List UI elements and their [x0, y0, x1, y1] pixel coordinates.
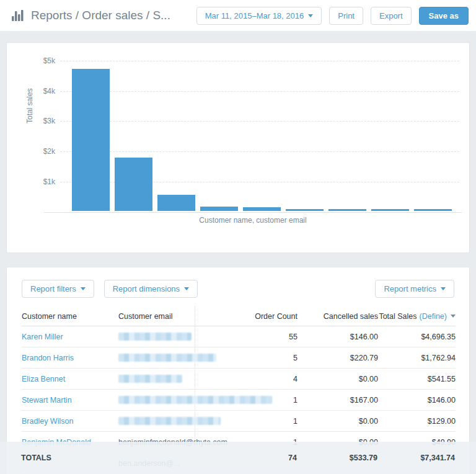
chevron-down-icon — [441, 287, 446, 290]
totals-cancelled-sales: $533.79 — [297, 454, 377, 462]
chart-bar[interactable] — [157, 195, 195, 211]
col-header-customer-email[interactable]: Customer email — [112, 312, 195, 321]
page-title: Reports / Order sales / S... — [31, 9, 170, 22]
customer-name-link[interactable]: Bradley Wilson — [22, 417, 73, 426]
col-header-order-count[interactable]: Order Count — [195, 312, 298, 321]
report-toolbar: Report filters Report dimensions Report … — [7, 267, 469, 306]
chart-bar[interactable] — [115, 158, 152, 211]
table-row: Stewart Martin1$167.00$146.00 — [22, 390, 456, 411]
col-header-customer-name[interactable]: Customer name — [22, 312, 112, 321]
y-axis-title: Total sales — [25, 88, 34, 123]
totals-total-sales: $7,341.74 — [377, 454, 455, 462]
y-tick-label: $2k — [24, 147, 55, 156]
date-range-label: Mar 11, 2015–Mar 18, 2016 — [205, 11, 304, 20]
top-header: Reports / Order sales / S... Mar 11, 201… — [0, 0, 476, 31]
customer-name-link[interactable]: Stewart Martin — [22, 396, 72, 405]
define-link[interactable]: (Define) — [420, 312, 447, 321]
col-header-total-sales[interactable]: Total Sales (Define) — [378, 312, 456, 321]
chart-panel: $5k$4k$3k$2k$1k Total sales Customer nam… — [6, 42, 470, 253]
save-as-button[interactable]: Save as — [419, 7, 469, 25]
chart-bar[interactable] — [286, 209, 324, 211]
total-sales-bar-chart: $5k$4k$3k$2k$1k Total sales Customer nam… — [7, 43, 469, 253]
chart-bar[interactable] — [243, 207, 281, 211]
table-row: Eliza Bennet4$0.00$541.55 — [22, 369, 456, 390]
header-actions: Mar 11, 2015–Mar 18, 2016 Print Export S… — [189, 7, 469, 25]
redacted-email-block — [118, 396, 272, 404]
cancelled-sales-cell: $220.79 — [298, 354, 378, 362]
order-count-cell: 4 — [195, 375, 298, 383]
report-metrics-label: Report metrics — [384, 284, 436, 293]
table-row: Brandon Harris5$220.79$1,762.94 — [22, 347, 456, 369]
chevron-down-icon — [81, 287, 86, 290]
chart-bar[interactable] — [200, 207, 238, 211]
report-filters-label: Report filters — [30, 284, 76, 293]
report-metrics-button[interactable]: Report metrics — [375, 280, 454, 298]
total-sales-cell: $4,696.35 — [378, 333, 456, 341]
total-sales-cell: $541.55 — [378, 375, 456, 383]
redacted-email-block — [118, 417, 221, 425]
totals-label: TOTALS — [21, 454, 112, 462]
totals-order-count: 74 — [194, 454, 297, 462]
report-dimensions-label: Report dimensions — [113, 284, 180, 293]
chart-bar[interactable] — [414, 209, 452, 211]
chevron-down-icon — [184, 287, 189, 290]
redacted-email-block — [118, 333, 192, 341]
total-sales-cell: $1,762.94 — [378, 354, 456, 362]
print-button[interactable]: Print — [329, 7, 363, 25]
order-count-cell: 55 — [195, 333, 298, 341]
cancelled-sales-cell: $167.00 — [298, 396, 378, 405]
total-sales-label: Total Sales — [379, 312, 416, 321]
export-button[interactable]: Export — [371, 7, 412, 25]
report-dimensions-button[interactable]: Report dimensions — [104, 280, 198, 298]
total-sales-cell: $146.00 — [378, 396, 456, 405]
date-range-button[interactable]: Mar 11, 2015–Mar 18, 2016 — [196, 7, 322, 25]
x-axis-line — [44, 212, 462, 213]
y-tick-label: $1k — [24, 177, 55, 186]
total-sales-cell: $129.00 — [378, 417, 456, 426]
customer-name-link[interactable]: Eliza Bennet — [22, 375, 65, 383]
bar-group — [72, 60, 452, 211]
cancelled-sales-cell: $146.00 — [298, 333, 378, 341]
cancelled-sales-cell: $0.00 — [298, 375, 378, 383]
table-row: Bradley Wilson1$0.00$129.00 — [22, 411, 456, 432]
bar-chart-icon — [11, 9, 25, 22]
customer-name-link[interactable]: Brandon Harris — [22, 354, 74, 362]
chart-bar[interactable] — [72, 69, 110, 211]
redacted-email-block — [118, 354, 216, 362]
redacted-email-block — [118, 375, 182, 383]
chart-bar[interactable] — [371, 209, 409, 211]
table-header-row: Customer name Customer email Order Count… — [22, 306, 456, 326]
report-filters-button[interactable]: Report filters — [22, 280, 94, 298]
chart-bar[interactable] — [328, 209, 366, 211]
y-tick-label: $5k — [24, 56, 55, 65]
cancelled-sales-cell: $0.00 — [298, 417, 378, 426]
chevron-down-icon — [451, 315, 456, 318]
customer-name-link[interactable]: Karen Miller — [22, 333, 63, 341]
table-row: Karen Miller55$146.00$4,696.35 — [22, 326, 456, 347]
col-header-cancelled-sales[interactable]: Cancelled sales — [298, 312, 378, 321]
x-axis-title: Customer name, customer email — [44, 216, 462, 225]
totals-bar: TOTALS 74 $533.79 $7,341.74 — [0, 442, 476, 474]
chevron-down-icon — [308, 14, 313, 17]
